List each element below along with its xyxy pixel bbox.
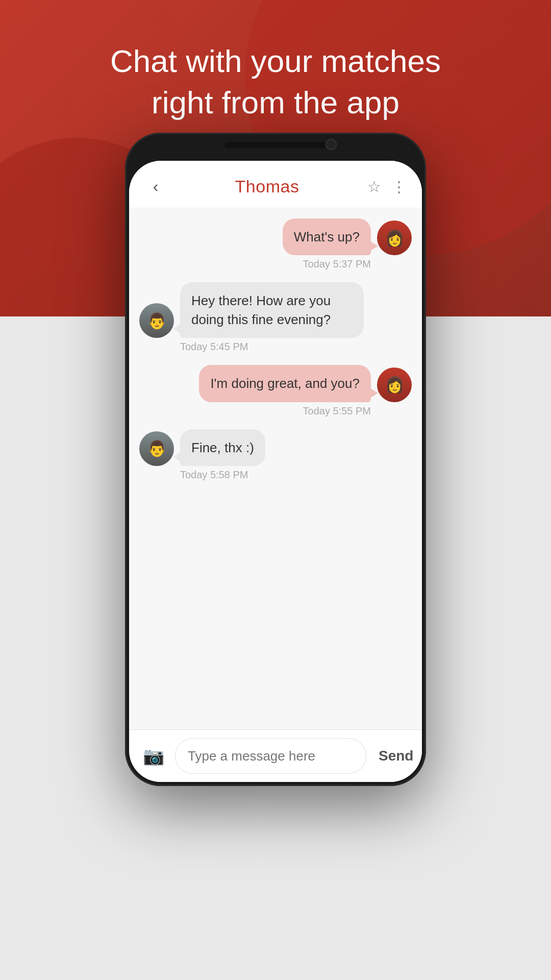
message-text-4: Fine, thx :) bbox=[191, 440, 254, 455]
message-group-1: What's up? 👩 Today 5:37 PM bbox=[139, 218, 412, 270]
header-actions: ☆ ⋮ bbox=[367, 178, 407, 195]
message-group-4: 👨 Fine, thx :) Today 5:58 PM bbox=[139, 429, 412, 481]
chat-header: ‹ Thomas ☆ ⋮ bbox=[129, 161, 422, 208]
message-bubble-received-2: Hey there! How are you doing this fine e… bbox=[180, 282, 364, 338]
message-row-received-4: 👨 Fine, thx :) bbox=[139, 429, 412, 466]
phone-camera bbox=[325, 139, 337, 150]
messages-area: What's up? 👩 Today 5:37 PM 👨 Hey there! … bbox=[129, 208, 422, 729]
message-text-2: Hey there! How are you doing this fine e… bbox=[191, 293, 331, 327]
phone-notch bbox=[224, 142, 327, 148]
headline-line1: Chat with your matches bbox=[110, 43, 441, 79]
message-text-3: I'm doing great, and you? bbox=[210, 376, 360, 391]
timestamp-3: Today 5:55 PM bbox=[139, 405, 412, 417]
avatar-thomas-2: 👨 bbox=[139, 303, 174, 338]
phone-frame: ‹ Thomas ☆ ⋮ What's up? 👩 Today bbox=[125, 133, 426, 786]
message-bubble-received-4: Fine, thx :) bbox=[180, 429, 265, 466]
timestamp-2: Today 5:45 PM bbox=[139, 341, 412, 353]
headline: Chat with your matches right from the ap… bbox=[0, 41, 551, 123]
headline-line2: right from the app bbox=[152, 85, 399, 120]
avatar-user-sent-1: 👩 bbox=[377, 220, 412, 255]
message-group-3: I'm doing great, and you? 👩 Today 5:55 P… bbox=[139, 365, 412, 416]
avatar-thomas-4: 👨 bbox=[139, 431, 174, 466]
message-row-received-2: 👨 Hey there! How are you doing this fine… bbox=[139, 282, 412, 338]
message-row-sent-3: I'm doing great, and you? 👩 bbox=[139, 365, 412, 402]
input-bar: 📷 Send bbox=[129, 729, 422, 782]
avatar-user-sent-3: 👩 bbox=[377, 368, 412, 402]
message-bubble-sent-3: I'm doing great, and you? bbox=[199, 365, 371, 402]
message-group-2: 👨 Hey there! How are you doing this fine… bbox=[139, 282, 412, 353]
message-input[interactable] bbox=[175, 738, 366, 774]
timestamp-1: Today 5:37 PM bbox=[139, 258, 412, 270]
camera-button[interactable]: 📷 bbox=[139, 742, 168, 770]
message-row-sent-1: What's up? 👩 bbox=[139, 218, 412, 255]
chat-contact-name: Thomas bbox=[235, 177, 299, 197]
message-text-1: What's up? bbox=[294, 229, 360, 244]
camera-icon: 📷 bbox=[143, 746, 164, 766]
more-options-icon[interactable]: ⋮ bbox=[391, 178, 407, 195]
send-button[interactable]: Send bbox=[373, 748, 418, 764]
timestamp-4: Today 5:58 PM bbox=[139, 469, 412, 481]
phone-screen: ‹ Thomas ☆ ⋮ What's up? 👩 Today bbox=[129, 161, 422, 782]
message-bubble-sent-1: What's up? bbox=[283, 218, 371, 255]
back-button[interactable]: ‹ bbox=[144, 175, 167, 198]
back-icon: ‹ bbox=[153, 177, 159, 196]
favorite-icon[interactable]: ☆ bbox=[367, 178, 381, 195]
